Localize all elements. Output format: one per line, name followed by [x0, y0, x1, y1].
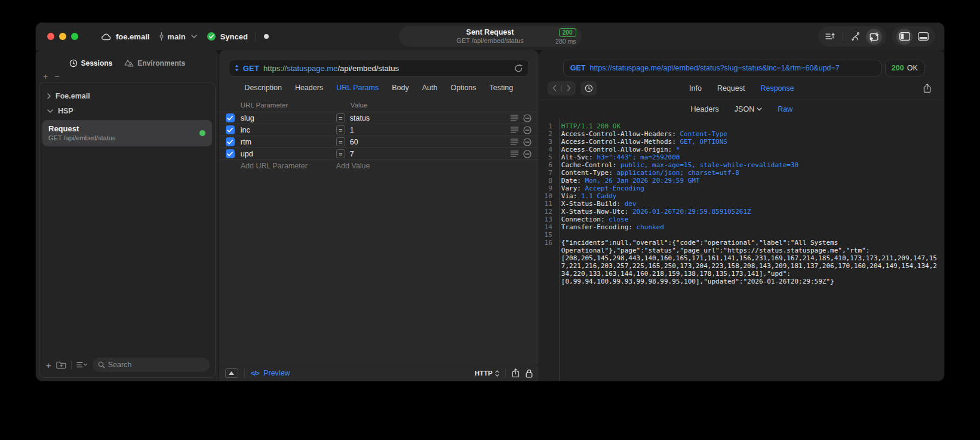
line-number: 7 — [539, 169, 556, 177]
param-checkbox[interactable] — [226, 113, 235, 122]
send-queue-button[interactable] — [822, 29, 838, 45]
tab-url-params[interactable]: URL Params — [336, 84, 379, 92]
param-format-icon[interactable] — [511, 115, 518, 121]
param-checkbox[interactable] — [226, 125, 235, 134]
sync-status[interactable]: Synced — [207, 32, 248, 41]
sidebar-request-item[interactable]: Request GET /api/embed/status — [42, 120, 212, 146]
merge-branch-button[interactable] — [847, 29, 864, 45]
tab-headers[interactable]: Headers — [295, 84, 323, 92]
footer-divider — [71, 361, 72, 370]
zoom-window-button[interactable] — [71, 33, 78, 40]
request-url-bar[interactable]: GET https://statuspage.me/api/embed/stat… — [229, 60, 529, 76]
param-name[interactable]: upd — [241, 150, 336, 158]
param-value[interactable]: 1 — [350, 126, 354, 134]
param-checkbox[interactable] — [226, 137, 235, 146]
sent-request-url-bar[interactable]: GET https://statuspage.me/api/embed/stat… — [563, 60, 881, 76]
sidebar: Sessions Environments + − Foe. — [36, 50, 219, 381]
param-value[interactable]: status — [350, 114, 370, 122]
add-value-placeholder[interactable]: Add Value — [336, 162, 504, 170]
request-success-dot — [199, 130, 205, 136]
search-input[interactable] — [108, 361, 204, 369]
tab-json[interactable]: JSON — [735, 105, 762, 113]
preview-button[interactable]: </> Preview — [251, 369, 290, 377]
sidebar-search[interactable] — [93, 358, 210, 372]
add-param-placeholder[interactable]: Add URL Parameter — [241, 162, 336, 170]
line-number: 16 — [539, 239, 556, 285]
tab-description[interactable]: Description — [244, 84, 282, 92]
import-export-button[interactable] — [866, 29, 882, 45]
forward-button[interactable] — [562, 81, 576, 96]
titlebar-left: foe.email main Synced — [101, 32, 269, 41]
footer-divider — [505, 369, 506, 378]
tab-response[interactable]: Response — [760, 84, 794, 93]
request-duration: 280 ms — [555, 38, 576, 45]
tab-info[interactable]: Info — [689, 84, 702, 93]
code-icon: </> — [251, 370, 259, 377]
reload-icon[interactable] — [514, 64, 523, 73]
tab-options[interactable]: Options — [450, 84, 476, 92]
url-param-row: inc = 1 — [219, 124, 539, 136]
toggle-left-panel-button[interactable] — [896, 29, 913, 45]
remove-param-icon[interactable] — [523, 126, 532, 134]
request-item-title: Request — [48, 124, 206, 133]
line-number: 11 — [539, 200, 556, 208]
protocol-selector[interactable]: HTTP — [475, 370, 499, 377]
param-format-icon[interactable] — [511, 139, 518, 145]
param-format-icon[interactable] — [511, 127, 518, 133]
param-checkbox[interactable] — [226, 149, 235, 158]
tab-headers[interactable]: Headers — [691, 105, 719, 113]
equals-icon: = — [336, 137, 345, 146]
group-hsp[interactable]: HSP — [39, 103, 215, 118]
param-format-icon[interactable] — [511, 150, 518, 157]
tab-environments[interactable]: Environments — [124, 59, 185, 67]
request-url[interactable]: https://statuspage.me/api/embed/status — [263, 64, 399, 73]
clock-icon — [69, 59, 78, 67]
history-button[interactable] — [580, 81, 597, 96]
toggle-bottom-panel-button[interactable] — [915, 29, 931, 45]
request-method[interactable]: GET — [243, 64, 259, 73]
new-request-button[interactable]: + — [46, 360, 51, 370]
param-value[interactable]: 7 — [350, 150, 354, 158]
group-foe-email[interactable]: Foe.email — [39, 88, 215, 103]
request-status-pill[interactable]: Sent Request GET /api/embed/status 200 2… — [399, 26, 582, 47]
line-number: 13 — [539, 216, 556, 223]
add-session-button[interactable]: + — [43, 72, 48, 81]
share-response-button[interactable] — [918, 81, 936, 96]
expand-panel-button[interactable] — [225, 368, 238, 378]
new-group-button[interactable] — [56, 361, 66, 369]
remove-param-icon[interactable] — [523, 138, 532, 146]
tab-body[interactable]: Body — [392, 84, 409, 92]
tab-testing[interactable]: Testing — [490, 84, 514, 92]
remove-session-button[interactable]: − — [54, 72, 59, 81]
close-window-button[interactable] — [47, 33, 54, 40]
param-value[interactable]: 60 — [350, 138, 358, 146]
line-content: HTTP/1.1 200 OK — [556, 122, 941, 130]
add-param-row[interactable]: Add URL Parameter Add Value — [219, 159, 539, 171]
back-button[interactable] — [548, 81, 561, 96]
code-line: 12X-Status-Now-Utc: 2026-01-26T20:29:59.… — [539, 208, 941, 216]
sort-list-button[interactable] — [76, 361, 88, 368]
response-status-code: 200 — [892, 64, 904, 72]
lock-icon[interactable] — [526, 369, 533, 378]
unsaved-indicator-dot — [264, 34, 269, 39]
line-content: Cache-Control: public, max-age=15, stale… — [556, 161, 941, 169]
project-selector[interactable]: foe.email — [101, 32, 149, 41]
param-name[interactable]: rtm — [241, 138, 336, 146]
tab-raw[interactable]: Raw — [778, 105, 792, 113]
tools-group — [818, 26, 886, 47]
response-status-box: 200 OK — [885, 60, 924, 76]
search-icon — [98, 361, 105, 368]
tab-sessions[interactable]: Sessions — [69, 59, 113, 67]
minimize-window-button[interactable] — [59, 33, 66, 40]
remove-param-icon[interactable] — [523, 114, 532, 122]
param-name[interactable]: inc — [241, 126, 336, 134]
request-tabs: DescriptionHeadersURL ParamsBodyAuthOpti… — [219, 76, 539, 99]
tab-request[interactable]: Request — [717, 84, 745, 93]
line-number: 2 — [539, 130, 556, 138]
share-request-button[interactable] — [512, 368, 520, 378]
branch-selector[interactable]: main — [159, 32, 196, 41]
remove-param-icon[interactable] — [523, 150, 532, 158]
tab-auth[interactable]: Auth — [422, 84, 438, 92]
param-name[interactable]: slug — [241, 114, 336, 122]
response-body: 1HTTP/1.1 200 OK2Access-Control-Allow-He… — [539, 118, 944, 381]
